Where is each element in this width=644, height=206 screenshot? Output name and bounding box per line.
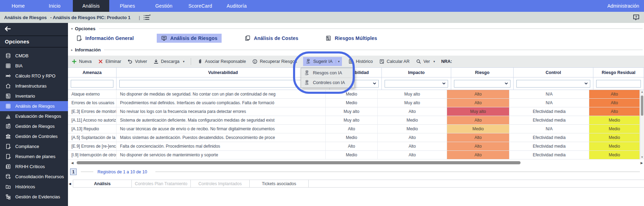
column-header-riesgo-residual[interactable]: Riesgo Residual bbox=[593, 68, 644, 77]
vertical-scroll-thumb[interactable] bbox=[641, 96, 643, 116]
filter-select-riesgo[interactable] bbox=[454, 80, 510, 88]
table-row[interactable]: Ataque externoNo disponer de medidas de … bbox=[68, 90, 640, 99]
sidebar-item-calculo-rto-y-rpo[interactable]: Cálculo RTO y RPO bbox=[0, 71, 68, 81]
cell-riesgo-residual: Medio bbox=[589, 142, 640, 150]
sidebar-item-label: Históricos bbox=[15, 184, 35, 189]
idcard-icon bbox=[5, 164, 11, 170]
scroll-up-icon[interactable]: ▲ bbox=[641, 90, 644, 94]
cell-impacto: Alto bbox=[378, 107, 447, 116]
cell-impacto: Medio bbox=[378, 125, 447, 133]
vertical-scrollbar[interactable]: ▲ ▼ bbox=[640, 90, 644, 159]
horizontal-scrollbar[interactable]: ◀ ▶ bbox=[68, 160, 644, 165]
sidebar-item-infraestructuras[interactable]: Infraestructuras bbox=[0, 81, 68, 91]
tab-riesgos-multiples[interactable]: Riesgos Múltiples bbox=[321, 34, 381, 43]
menu-item-riesgos-con-ia[interactable]: AIRiesgos con IA bbox=[301, 68, 354, 78]
nav-tab-planes[interactable]: Planes bbox=[109, 0, 146, 12]
column-header-amenaza[interactable]: Amenaza bbox=[68, 68, 117, 77]
sidebar-item-gestion-de-riesgos[interactable]: Gestión de Riesgos bbox=[0, 121, 68, 131]
filter-select-control[interactable] bbox=[516, 80, 590, 88]
toolbar-button-recuperar-riesgos[interactable]: Recuperar Riesgos bbox=[252, 59, 297, 64]
toolbar-button-volver[interactable]: Volver bbox=[127, 59, 147, 64]
sidebar-item-evaluacion-de-riesgos[interactable]: Evaluación de Riesgos bbox=[0, 111, 68, 121]
table-row[interactable]: [E.9] Errores de [re-]encaminamientoFalt… bbox=[68, 142, 640, 151]
tab-label: Análisis de Costes bbox=[254, 35, 298, 41]
cell-amenaza: Errores de los usuarios bbox=[68, 99, 117, 107]
list-menu-icon[interactable] bbox=[143, 14, 151, 20]
sidebar-item-rrhh-criticos[interactable]: RRHH Críticos bbox=[0, 162, 68, 172]
calc-icon bbox=[379, 59, 385, 64]
tab-informacion-general[interactable]: Información General bbox=[72, 34, 138, 43]
menu-item-controles-con-ia[interactable]: AIControles con IA bbox=[301, 78, 354, 88]
sidebar-item-consolidacion-recursos[interactable]: Consolidación Recursos bbox=[0, 172, 68, 182]
sidebar-item-bia[interactable]: BIA bbox=[0, 61, 68, 71]
toolbar-button-label: Recuperar Riesgos bbox=[260, 59, 297, 64]
nav-tab-administracion[interactable]: Administración bbox=[602, 0, 644, 12]
sidebar-item-cmdb[interactable]: CMDB bbox=[0, 51, 68, 61]
table-row[interactable]: [A.13] RepudioNo usar técnicas de acuse … bbox=[68, 125, 640, 133]
cell-probabilidad: Muy alto bbox=[326, 107, 378, 116]
chevron-down-icon[interactable]: ▾ bbox=[433, 60, 435, 63]
table-row[interactable]: [A.11] Acceso no autorizadoSistema de au… bbox=[68, 116, 640, 125]
panel-collapse-left-icon[interactable]: ◀ bbox=[69, 182, 71, 186]
table-row[interactable]: Errores de los usuariosProcedimientos ma… bbox=[68, 99, 640, 107]
horizontal-scroll-thumb[interactable] bbox=[77, 161, 521, 164]
scroll-right-icon[interactable]: ▶ bbox=[641, 161, 643, 165]
toolbar-button-nueva[interactable]: Nueva bbox=[71, 59, 92, 64]
sidebar-collapse-button[interactable] bbox=[0, 23, 68, 34]
sidebar-item-inventario[interactable]: Inventario bbox=[0, 91, 68, 101]
nav-tab-scorecard[interactable]: ScoreCard bbox=[182, 0, 218, 12]
cell-control: N/A bbox=[509, 90, 589, 98]
nav-tab-analisis[interactable]: Análisis bbox=[73, 0, 109, 12]
toolbar-button-historico[interactable]: Histórico bbox=[348, 59, 373, 64]
tab-label: Información General bbox=[85, 35, 134, 41]
scroll-down-icon[interactable]: ▼ bbox=[641, 155, 644, 159]
nav-tab-auditoria[interactable]: Auditoría bbox=[218, 0, 255, 12]
nav-tab-inicio[interactable]: Inicio bbox=[36, 0, 73, 12]
bottom-tab-controles-implantados[interactable]: Controles Implantados bbox=[191, 180, 250, 187]
table-filter-row bbox=[68, 77, 644, 90]
tab-analisis-de-costes[interactable]: Análisis de Costes bbox=[240, 34, 302, 43]
section-header-informacion: ▸ Información bbox=[68, 47, 644, 53]
toolbar-button-descarga[interactable]: Descarga▾ bbox=[153, 59, 184, 64]
filter-input-amenaza[interactable] bbox=[71, 80, 113, 88]
sidebar-item-gestion-de-controles[interactable]: Gestión de Controles bbox=[0, 131, 68, 141]
help-icon[interactable]: ? bbox=[633, 14, 640, 21]
toolbar-button-calcular-ar[interactable]: Calcular AR bbox=[379, 59, 410, 64]
cell-impacto: Alto bbox=[378, 142, 447, 150]
filter-select-impacto[interactable] bbox=[385, 80, 448, 88]
toolbar-button-asociar-responsable[interactable]: Asociar Responsable bbox=[197, 59, 246, 64]
collapse-triangle-icon[interactable]: ▾ bbox=[71, 27, 73, 31]
table-row[interactable]: [A.5] Suplantación de la identidad del u… bbox=[68, 133, 640, 142]
scroll-left-icon[interactable]: ◀ bbox=[71, 161, 74, 165]
filter-input-riesgo-residual[interactable] bbox=[596, 80, 641, 88]
toolbar-button-ver[interactable]: Ver▾ bbox=[416, 59, 435, 64]
toolbar-button-label: Descarga bbox=[161, 59, 180, 64]
page-1-button[interactable]: 1 bbox=[70, 168, 77, 175]
sidebar-item-label: Evaluación de Riesgos bbox=[15, 114, 61, 119]
chevron-down-icon[interactable]: ▾ bbox=[183, 60, 185, 63]
bottom-tab-tickets-asociados[interactable]: Tickets asociados bbox=[250, 180, 309, 187]
bottom-tab-analisis[interactable]: Análisis bbox=[73, 180, 132, 187]
toolbar-button-eliminar[interactable]: Eliminar bbox=[98, 59, 121, 64]
toolbar-button-sugerir-ia[interactable]: AISugerir IA▾AIRiesgos con IAAIControles… bbox=[303, 57, 342, 66]
column-header-control[interactable]: Control bbox=[514, 68, 593, 77]
filter-input-vulnerabilidad[interactable] bbox=[119, 80, 327, 88]
sidebar-item-gestion-de-evidencias[interactable]: Gestión de Evidencias bbox=[0, 192, 68, 202]
table-row[interactable]: [E.3] Errores de monitorización (log)No … bbox=[68, 107, 640, 116]
expand-triangle-icon[interactable]: ▸ bbox=[71, 48, 73, 52]
nav-tab-home[interactable]: Home bbox=[0, 0, 36, 12]
table-row[interactable]: [I.9] Interrupción de otros Servicios y … bbox=[68, 151, 640, 159]
bottom-tab-controles-plan-tratamiento[interactable]: Controles Plan Tratamiento bbox=[132, 180, 191, 187]
sidebar-item-historicos[interactable]: Históricos bbox=[0, 182, 68, 192]
sidebar-item-resumen-de-planes[interactable]: Resumen de planes bbox=[0, 151, 68, 162]
chevron-down-icon[interactable]: ▾ bbox=[336, 60, 340, 63]
divider-line bbox=[81, 172, 93, 172]
nav-tab-gestion[interactable]: Gestión bbox=[146, 0, 182, 12]
chevron-down-icon bbox=[373, 82, 376, 85]
sidebar-item-analisis-de-riesgos[interactable]: Análisis de Riesgos bbox=[0, 101, 68, 111]
tab-analisis-de-riesgos[interactable]: Análisis de Riesgos bbox=[157, 34, 222, 43]
sidebar-item-compliance[interactable]: Compliance bbox=[0, 141, 68, 151]
column-header-riesgo[interactable]: Riesgo bbox=[451, 68, 514, 77]
column-header-vulnerabilidad[interactable]: Vulnerabilidad bbox=[117, 68, 330, 77]
column-header-impacto[interactable]: Impacto bbox=[382, 68, 451, 77]
